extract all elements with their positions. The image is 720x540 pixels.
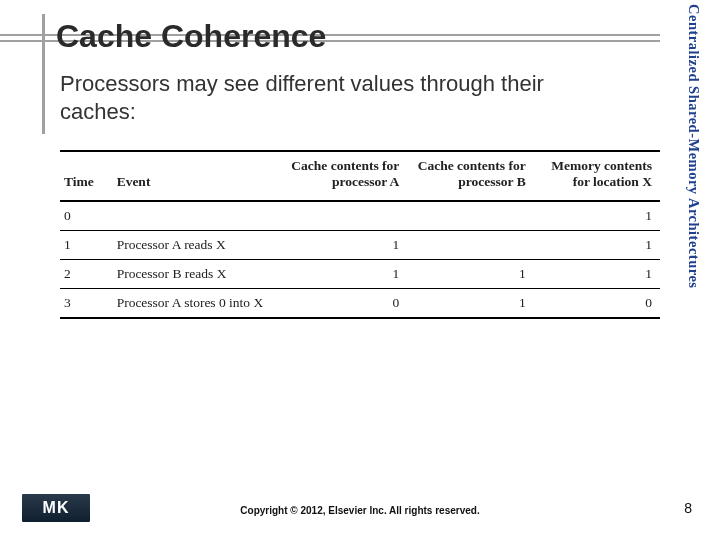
col-header-memory: Memory contents for location X bbox=[534, 151, 660, 201]
table-row: 3 Processor A stores 0 into X 0 1 0 bbox=[60, 289, 660, 319]
cell-time: 1 bbox=[60, 231, 113, 260]
cell-b: 1 bbox=[407, 289, 533, 319]
cell-event: Processor A stores 0 into X bbox=[113, 289, 281, 319]
title-bar: Cache Coherence bbox=[0, 14, 660, 58]
cell-a: 0 bbox=[281, 289, 407, 319]
col-header-event: Event bbox=[113, 151, 281, 201]
cell-m: 1 bbox=[534, 231, 660, 260]
cell-m: 0 bbox=[534, 289, 660, 319]
table-header-row: Time Event Cache contents for processor … bbox=[60, 151, 660, 201]
cell-b bbox=[407, 231, 533, 260]
cell-event bbox=[113, 201, 281, 231]
cell-time: 2 bbox=[60, 260, 113, 289]
copyright-text: Copyright © 2012, Elsevier Inc. All righ… bbox=[0, 505, 720, 516]
col-header-cache-a: Cache contents for processor A bbox=[281, 151, 407, 201]
body-text: Processors may see different values thro… bbox=[60, 70, 620, 125]
title-vertical-rule bbox=[42, 14, 45, 134]
cell-m: 1 bbox=[534, 260, 660, 289]
cell-event: Processor B reads X bbox=[113, 260, 281, 289]
page-number: 8 bbox=[684, 500, 692, 516]
cell-a bbox=[281, 201, 407, 231]
footer: MK Copyright © 2012, Elsevier Inc. All r… bbox=[0, 496, 720, 522]
section-label: Centralized Shared-Memory Architectures bbox=[674, 0, 702, 310]
slide: Cache Coherence Centralized Shared-Memor… bbox=[0, 0, 720, 540]
cell-m: 1 bbox=[534, 201, 660, 231]
slide-title: Cache Coherence bbox=[56, 18, 326, 55]
cell-b bbox=[407, 201, 533, 231]
col-header-time: Time bbox=[60, 151, 113, 201]
table-row: 0 1 bbox=[60, 201, 660, 231]
cell-b: 1 bbox=[407, 260, 533, 289]
cell-time: 3 bbox=[60, 289, 113, 319]
col-header-cache-b: Cache contents for processor B bbox=[407, 151, 533, 201]
table-row: 1 Processor A reads X 1 1 bbox=[60, 231, 660, 260]
cell-event: Processor A reads X bbox=[113, 231, 281, 260]
coherence-table: Time Event Cache contents for processor … bbox=[60, 150, 660, 319]
cell-time: 0 bbox=[60, 201, 113, 231]
table-row: 2 Processor B reads X 1 1 1 bbox=[60, 260, 660, 289]
cell-a: 1 bbox=[281, 260, 407, 289]
cell-a: 1 bbox=[281, 231, 407, 260]
